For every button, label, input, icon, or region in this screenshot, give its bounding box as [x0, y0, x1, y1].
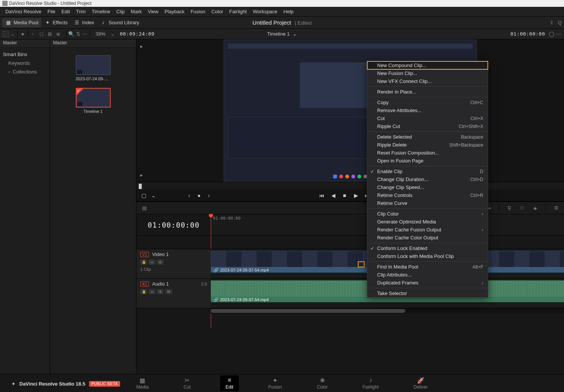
smart-bin-collections[interactable]: › Collections [3, 67, 47, 76]
ctx-render-in-place[interactable]: Render in Place... [367, 88, 488, 96]
sort-icon[interactable]: ⇅ [75, 31, 81, 37]
menu-clip[interactable]: Clip [113, 9, 128, 14]
export-icon[interactable]: ⇪ [549, 20, 555, 26]
record-icon[interactable]: ● [19, 31, 26, 37]
ctx-retime-curve[interactable]: Retime Curve [367, 199, 488, 207]
media-pool-header[interactable]: Master [50, 39, 136, 48]
menu-color[interactable]: Color [208, 9, 226, 14]
scrubber-playhead[interactable] [139, 184, 142, 189]
track-lock-button[interactable]: 🔒 [140, 289, 147, 294]
track-disable-button[interactable]: ⊘ [157, 259, 164, 265]
index-button[interactable]: ☰ Index [71, 18, 97, 27]
ctx-new-compound-clip[interactable]: New Compound Clip... [367, 61, 488, 69]
menu-file[interactable]: File [44, 9, 58, 14]
track-badge[interactable]: V1 [140, 252, 149, 257]
ctx-ripple-cut[interactable]: Ripple CutCtrl+Shift+X [367, 122, 488, 130]
ctx-new-vfx-connect-clip[interactable]: New VFX Connect Clip... [367, 77, 488, 85]
ctx-retime-controls[interactable]: Retime ControlsCtrl+R [367, 191, 488, 199]
ctx-remove-attributes[interactable]: Remove Attributes... [367, 106, 488, 114]
track-lock-button[interactable]: 🔒 [140, 259, 147, 265]
dot-icon[interactable]: ● [196, 192, 202, 199]
play-button[interactable]: ▶ [352, 192, 359, 199]
ctx-reset-fusion[interactable]: Reset Fusion Composition... [367, 149, 488, 157]
smart-bins-header[interactable]: Smart Bins [3, 50, 47, 59]
ctx-clip-attributes[interactable]: Clip Attributes... [367, 271, 488, 279]
ctx-copy[interactable]: CopyCtrl+C [367, 98, 488, 106]
ctx-take-selector[interactable]: Take Selector [367, 289, 488, 297]
bin-tree-header[interactable]: Master [0, 39, 50, 48]
timeline-hscrollbar[interactable] [211, 308, 564, 314]
track-auto-button[interactable]: ▭ [149, 259, 155, 265]
more-icon[interactable]: ⋯ [81, 31, 88, 37]
viewer-scrubber[interactable] [136, 182, 564, 189]
ctx-clip-color[interactable]: Clip Color [367, 210, 488, 218]
chevron-down-icon[interactable]: ⌄ [9, 31, 16, 37]
ctx-conform-mp[interactable]: Conform Lock with Media Pool Clip [367, 252, 488, 260]
play-reverse-button[interactable]: ◀ [330, 192, 337, 199]
ctx-cache-color[interactable]: Render Cache Color Output [367, 234, 488, 242]
timeline-selector[interactable]: Timeline 1 ⌄ [267, 31, 297, 37]
timeline-options-icon[interactable]: ▤ [140, 204, 149, 212]
ctx-change-duration[interactable]: Change Clip Duration...Ctrl+D [367, 175, 488, 183]
ctx-cache-fusion[interactable]: Render Cache Fusion Output [367, 226, 488, 234]
ctx-open-fusion[interactable]: Open in Fusion Page [367, 157, 488, 165]
ctx-new-fusion-clip[interactable]: New Fusion Clip... [367, 69, 488, 77]
ctx-find-in-media-pool[interactable]: Find In Media PoolAlt+F [367, 263, 488, 271]
page-media[interactable]: ▦Media [131, 375, 154, 391]
effects-button[interactable]: ✦ Effects [41, 18, 71, 27]
menu-fairlight[interactable]: Fairlight [226, 9, 250, 14]
ctx-duplicated-frames[interactable]: Duplicated Frames [367, 279, 488, 287]
video-track-header[interactable]: V1 Video 1 🔒 ▭ ⊘ 1 Clip [136, 249, 211, 278]
menu-playback[interactable]: Playback [161, 9, 188, 14]
expand-viewer-icon[interactable]: ▸ [139, 42, 144, 51]
chevron-down-icon[interactable]: ⌄ [109, 31, 116, 37]
marker-icon[interactable]: ▢ [140, 192, 147, 199]
menu-mark[interactable]: Mark [128, 9, 145, 14]
next-icon[interactable]: › [205, 192, 212, 199]
page-color[interactable]: ❋Color [312, 375, 333, 391]
menu-workspace[interactable]: Workspace [250, 9, 280, 14]
page-deliver[interactable]: 🚀Deliver [408, 375, 433, 391]
track-solo-button[interactable]: S [157, 289, 164, 294]
page-fusion[interactable]: ✦Fusion [263, 375, 287, 391]
scrollbar-thumb[interactable] [211, 309, 405, 313]
ctx-ripple-delete[interactable]: Ripple DeleteShift+Backspace [367, 141, 488, 149]
smart-bin-keywords[interactable]: Keywords [3, 59, 47, 67]
ctx-generate-optimized[interactable]: Generate Optimized Media [367, 218, 488, 226]
prev-icon[interactable]: ‹ [186, 192, 193, 199]
audio-track-header[interactable]: A1 Audio 1 2.0 🔒 ▭ S M [136, 279, 211, 308]
sound-library-button[interactable]: ♪ Sound Library [97, 18, 142, 27]
page-edit[interactable]: ≡Edit [220, 375, 239, 391]
flag-tool[interactable]: ⚐ [518, 204, 526, 212]
menu-timeline[interactable]: Timeline [89, 9, 113, 14]
media-pool-button[interactable]: ▦ Media Pool [2, 18, 41, 27]
ctx-change-speed[interactable]: Change Clip Speed... [367, 183, 488, 191]
more-icon[interactable]: ⋯ [555, 31, 562, 37]
ctx-enable-clip[interactable]: Enable ClipD [367, 167, 488, 175]
first-frame-button[interactable]: ⏮ [318, 192, 325, 199]
snap-tool[interactable]: ⧉ [552, 204, 560, 212]
chevron-down-icon[interactable]: ⌄ [150, 192, 157, 199]
menu-davinci[interactable]: DaVinci Resolve [2, 9, 44, 14]
track-badge[interactable]: A1 [140, 281, 149, 287]
menu-edit[interactable]: Edit [58, 9, 73, 14]
expand-viewer-icon[interactable]: ▸ [139, 170, 144, 180]
track-auto-button[interactable]: ▭ [149, 289, 155, 294]
stop-button[interactable]: ■ [341, 192, 348, 199]
link-tool[interactable]: ⚲ [505, 204, 514, 212]
menu-fusion[interactable]: Fusion [188, 9, 208, 14]
ctx-cut[interactable]: CutCtrl+X [367, 114, 488, 122]
marker-tool[interactable]: ◈ [531, 204, 539, 212]
q-button[interactable]: Q [558, 20, 562, 26]
loop-icon[interactable]: ◯ [548, 31, 555, 37]
menu-view[interactable]: View [145, 9, 161, 14]
thumb-size-group[interactable]: ▫◻⊞≣ [30, 31, 61, 37]
page-cut[interactable]: ✂Cut [178, 375, 196, 391]
menu-trim[interactable]: Trim [73, 9, 89, 14]
page-fairlight[interactable]: ♪Fairlight [357, 375, 384, 391]
ctx-conform-lock[interactable]: Conform Lock Enabled [367, 244, 488, 252]
search-icon[interactable]: 🔍 [68, 31, 75, 37]
timeline-thumb[interactable]: Timeline 1 [76, 88, 111, 114]
ctx-delete-selected[interactable]: Delete SelectedBackspace [367, 133, 488, 141]
clip-thumb[interactable]: 2023-07-24 09-07-... [76, 55, 111, 81]
